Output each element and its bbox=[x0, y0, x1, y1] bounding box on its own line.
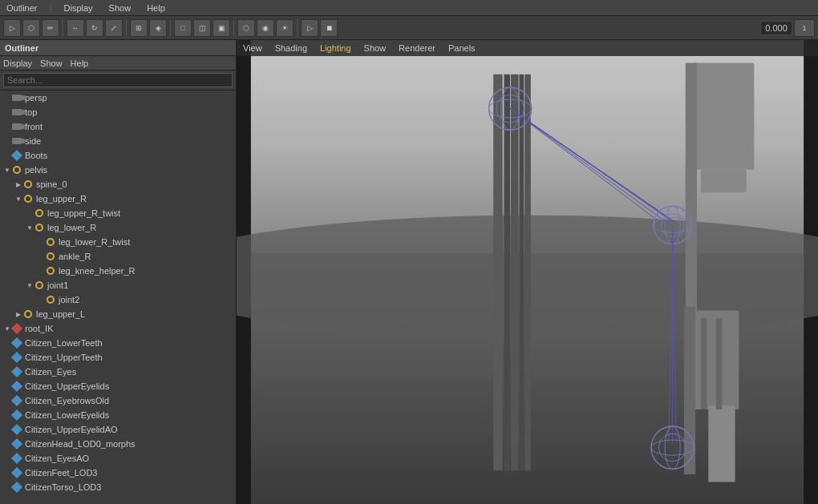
toolbar-wire[interactable]: ⬡ bbox=[237, 19, 255, 37]
toolbar-lasso[interactable]: ⬡ bbox=[22, 19, 40, 37]
tree-item-Citizen_UpperEyelids[interactable]: Citizen_UpperEyelids bbox=[0, 379, 236, 393]
tree-item-Citizen_Eyes[interactable]: Citizen_Eyes bbox=[0, 365, 236, 379]
tree-label-CitizenFeet_LOD3: CitizenFeet_LOD3 bbox=[25, 468, 98, 478]
tree-arrow-Citizen_EyebrowsOld bbox=[3, 397, 11, 405]
tree-arrow-Boots bbox=[3, 151, 11, 159]
tree-arrow-persp bbox=[3, 94, 11, 102]
svg-rect-11 bbox=[716, 318, 723, 409]
svg-rect-5 bbox=[701, 170, 747, 193]
tree-item-leg_lower_R[interactable]: ▼leg_lower_R bbox=[0, 220, 236, 235]
toolbar-render1[interactable]: ▷ bbox=[301, 19, 318, 37]
viewport-menu-lighting[interactable]: Lighting bbox=[320, 43, 351, 53]
camera-icon bbox=[12, 123, 22, 130]
tree-item-leg_knee_helper_R[interactable]: leg_knee_helper_R bbox=[0, 264, 236, 278]
toolbar-select[interactable]: ▷ bbox=[3, 19, 21, 37]
tree-item-Citizen_EyesAO[interactable]: Citizen_EyesAO bbox=[0, 451, 236, 466]
toolbar-move[interactable]: ↔ bbox=[67, 19, 84, 37]
viewport-menu-panels[interactable]: Panels bbox=[448, 43, 476, 53]
main-area: Outliner Display Show Help persptopfront… bbox=[0, 40, 818, 504]
tree-icon-ankle_R bbox=[45, 251, 56, 262]
tree-item-root_IK[interactable]: ▼root_IK bbox=[0, 321, 236, 336]
tree-item-side[interactable]: side bbox=[0, 134, 236, 148]
mesh-icon bbox=[11, 438, 22, 450]
viewport-menu-view[interactable]: View bbox=[243, 43, 262, 53]
tree-arrow-CitizenTorso_LOD3 bbox=[3, 483, 11, 491]
menu-display[interactable]: Display bbox=[61, 3, 96, 13]
tree-icon-Citizen_EyebrowsOld bbox=[11, 395, 22, 406]
tree-arrow-spine_0[interactable]: ▶ bbox=[14, 180, 22, 188]
tree-item-CitizenTorso_LOD3[interactable]: CitizenTorso_LOD3 bbox=[0, 480, 236, 494]
camera-icon bbox=[12, 138, 22, 144]
svg-rect-3 bbox=[693, 63, 754, 170]
toolbar-solid[interactable]: ◉ bbox=[257, 19, 274, 37]
toolbar-grid[interactable]: ⊞ bbox=[130, 19, 148, 37]
tree-icon-Boots bbox=[11, 150, 22, 161]
tree-item-Boots[interactable]: Boots bbox=[0, 148, 236, 163]
toolbar-paint[interactable]: ✏ bbox=[42, 19, 59, 37]
tree-item-Citizen_LowerTeeth[interactable]: Citizen_LowerTeeth bbox=[0, 336, 236, 350]
tree-arrow-root_IK[interactable]: ▼ bbox=[3, 325, 11, 333]
outliner-menu-help[interactable]: Help bbox=[71, 58, 89, 68]
joint-icon bbox=[47, 252, 55, 260]
tree-arrow-leg_upper_L[interactable]: ▶ bbox=[14, 310, 22, 318]
menu-help[interactable]: Help bbox=[144, 3, 168, 13]
toolbar-extra[interactable]: 1 bbox=[794, 19, 815, 37]
toolbar-light[interactable]: ☀ bbox=[276, 19, 294, 37]
tree-item-front[interactable]: front bbox=[0, 119, 236, 134]
tree-arrow-joint1[interactable]: ▼ bbox=[26, 281, 34, 289]
outliner-list[interactable]: persptopfrontsideBoots▼pelvis▶spine_0▼le… bbox=[0, 91, 236, 504]
tree-arrow-leg_lower_R[interactable]: ▼ bbox=[26, 224, 34, 232]
tree-icon-Citizen_UpperEyelidAO bbox=[11, 424, 22, 435]
tree-icon-spine_0 bbox=[22, 179, 34, 190]
toolbar-value-input[interactable] bbox=[760, 21, 792, 35]
tree-item-Citizen_LowerEyelids[interactable]: Citizen_LowerEyelids bbox=[0, 408, 236, 422]
tree-item-ankle_R[interactable]: ankle_R bbox=[0, 249, 236, 264]
tree-item-Citizen_UpperTeeth[interactable]: Citizen_UpperTeeth bbox=[0, 350, 236, 365]
toolbar-snap[interactable]: ◈ bbox=[149, 19, 167, 37]
tree-icon-front bbox=[11, 121, 22, 132]
tree-label-joint1: joint1 bbox=[47, 280, 68, 290]
tree-icon-Citizen_LowerTeeth bbox=[11, 337, 22, 349]
tree-label-spine_0: spine_0 bbox=[36, 179, 67, 189]
toolbar-cam3[interactable]: ▣ bbox=[213, 19, 230, 37]
tree-arrow-leg_upper_R[interactable]: ▼ bbox=[14, 195, 22, 203]
viewport-menu-renderer[interactable]: Renderer bbox=[399, 43, 435, 53]
tree-item-pelvis[interactable]: ▼pelvis bbox=[0, 163, 236, 177]
outliner-menu-display[interactable]: Display bbox=[3, 58, 32, 68]
toolbar-scale[interactable]: ⤢ bbox=[105, 19, 123, 37]
tree-item-Citizen_EyebrowsOld[interactable]: Citizen_EyebrowsOld bbox=[0, 393, 236, 408]
tree-item-spine_0[interactable]: ▶spine_0 bbox=[0, 177, 236, 192]
tree-label-side: side bbox=[25, 136, 41, 146]
tree-item-top[interactable]: top bbox=[0, 105, 236, 119]
toolbar-cam2[interactable]: ◫ bbox=[193, 19, 211, 37]
outliner-menu-show[interactable]: Show bbox=[40, 58, 63, 68]
mesh-icon bbox=[11, 337, 22, 349]
toolbar-rotate[interactable]: ↻ bbox=[86, 19, 103, 37]
tree-item-CitizenHead_LOD0_morphs[interactable]: CitizenHead_LOD0_morphs bbox=[0, 437, 236, 451]
app-menubar: Outliner Display Show Help bbox=[0, 0, 818, 16]
toolbar-sep5 bbox=[297, 20, 298, 36]
tree-item-leg_upper_R_twist[interactable]: leg_upper_R_twist bbox=[0, 206, 236, 220]
mesh-icon bbox=[11, 352, 22, 363]
tree-item-persp[interactable]: persp bbox=[0, 91, 236, 105]
main-toolbar: ▷ ⬡ ✏ ↔ ↻ ⤢ ⊞ ◈ □ ◫ ▣ ⬡ ◉ ☀ ▷ ⏹ 1 bbox=[0, 16, 818, 40]
tree-arrow-Citizen_LowerEyelids bbox=[3, 411, 11, 419]
tree-item-leg_upper_R[interactable]: ▼leg_upper_R bbox=[0, 192, 236, 206]
menu-show[interactable]: Show bbox=[106, 3, 135, 13]
mesh-icon bbox=[11, 366, 22, 377]
tree-item-joint1[interactable]: ▼joint1 bbox=[0, 278, 236, 292]
tree-item-joint2[interactable]: joint2 bbox=[0, 292, 236, 307]
toolbar-cam1[interactable]: □ bbox=[174, 19, 192, 37]
search-input[interactable] bbox=[3, 73, 233, 87]
tree-item-leg_lower_R_twist[interactable]: leg_lower_R_twist bbox=[0, 235, 236, 249]
tree-label-Citizen_UpperEyelids: Citizen_UpperEyelids bbox=[25, 381, 109, 391]
toolbar-render2[interactable]: ⏹ bbox=[320, 19, 338, 37]
tree-item-Citizen_UpperEyelidAO[interactable]: Citizen_UpperEyelidAO bbox=[0, 422, 236, 437]
viewport[interactable]: View Shading Lighting Show Renderer Pane… bbox=[237, 40, 818, 504]
tree-item-CitizenFeet_LOD3[interactable]: CitizenFeet_LOD3 bbox=[0, 466, 236, 480]
tree-arrow-pelvis[interactable]: ▼ bbox=[3, 166, 11, 174]
viewport-menu-shading[interactable]: Shading bbox=[275, 43, 307, 53]
tree-arrow-Citizen_UpperTeeth bbox=[3, 353, 11, 361]
tree-item-leg_upper_L[interactable]: ▶leg_upper_L bbox=[0, 307, 236, 321]
viewport-menu-show[interactable]: Show bbox=[364, 43, 387, 53]
